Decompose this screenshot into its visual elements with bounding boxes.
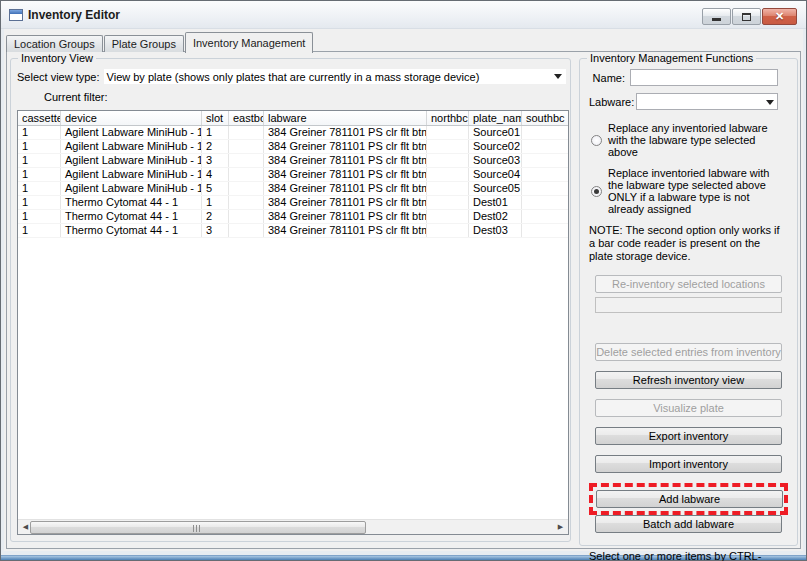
table-cell: [229, 140, 264, 153]
scrollbar-grip-icon: [193, 525, 202, 532]
table-cell: 1: [18, 126, 61, 139]
table-row[interactable]: 1Agilent Labware MiniHub - 13384 Greiner…: [18, 154, 568, 168]
table-cell: [427, 154, 469, 167]
table-cell: Source01: [469, 126, 522, 139]
window-title: Inventory Editor: [28, 8, 120, 22]
table-header-row: cassettedevicesloteastbclabwarenorthbcpl…: [18, 111, 568, 126]
import-inventory-button[interactable]: Import inventory: [595, 455, 782, 473]
column-header-eastbc[interactable]: eastbc: [229, 111, 264, 125]
name-input[interactable]: [630, 69, 778, 86]
table-cell: Source04: [469, 168, 522, 181]
labware-dropdown[interactable]: [636, 93, 778, 110]
table-cell: [522, 224, 568, 237]
export-inventory-button[interactable]: Export inventory: [595, 427, 782, 445]
radio-label: Replace any inventoried labware with the…: [608, 122, 784, 158]
table-cell: 384 Greiner 781101 PS clr flt btm: [264, 196, 427, 209]
table-row[interactable]: 1Agilent Labware MiniHub - 15384 Greiner…: [18, 182, 568, 196]
table-cell: 1: [18, 168, 61, 181]
minimize-icon: [712, 18, 721, 21]
batch-add-labware-button[interactable]: Batch add labware: [595, 515, 782, 533]
add-labware-button[interactable]: Add labware: [596, 490, 783, 508]
minimize-button[interactable]: [702, 8, 731, 25]
table-cell: 1: [18, 154, 61, 167]
table-cell: 384 Greiner 781101 PS clr flt btm: [264, 182, 427, 195]
table-cell: 384 Greiner 781101 PS clr flt btm: [264, 224, 427, 237]
table-cell: [427, 168, 469, 181]
client-area: Location GroupsPlate GroupsInventory Man…: [4, 29, 803, 551]
titlebar[interactable]: Inventory Editor ✕: [1, 1, 806, 29]
note-text: NOTE: The second option only works if a …: [589, 224, 787, 263]
labware-label: Labware:: [589, 96, 631, 108]
tab-location-groups[interactable]: Location Groups: [6, 35, 103, 52]
table-cell: 1: [202, 126, 229, 139]
view-type-value: View by plate (shows only plates that ar…: [107, 71, 480, 83]
table-cell: 2: [202, 210, 229, 223]
table-row[interactable]: 1Agilent Labware MiniHub - 11384 Greiner…: [18, 126, 568, 140]
action-buttons: Delete selected entries from inventoryRe…: [589, 343, 788, 533]
maximize-icon: [742, 13, 751, 21]
status-box: [595, 297, 782, 313]
table-cell: [229, 154, 264, 167]
re-inventory-selected-locations-button[interactable]: Re-inventory selected locations: [595, 275, 782, 293]
column-header-slot[interactable]: slot: [202, 111, 229, 125]
view-type-dropdown[interactable]: View by plate (shows only plates that ar…: [104, 69, 566, 84]
column-header-device[interactable]: device: [61, 111, 202, 125]
table-row[interactable]: 1Agilent Labware MiniHub - 14384 Greiner…: [18, 168, 568, 182]
table-row[interactable]: 1Agilent Labware MiniHub - 12384 Greiner…: [18, 140, 568, 154]
table-cell: 2: [202, 140, 229, 153]
table-cell: Thermo Cytomat 44 - 1: [61, 210, 202, 223]
table-cell: 384 Greiner 781101 PS clr flt btm: [264, 126, 427, 139]
highlight-box: Add labware: [589, 483, 788, 515]
scroll-right-icon[interactable]: ▶: [553, 520, 568, 535]
table-cell: 384 Greiner 781101 PS clr flt btm: [264, 168, 427, 181]
table-cell: [427, 126, 469, 139]
radio-button-icon[interactable]: [591, 135, 602, 146]
table-cell: 384 Greiner 781101 PS clr flt btm: [264, 210, 427, 223]
table-cell: Dest03: [469, 224, 522, 237]
table-cell: [229, 210, 264, 223]
table-row[interactable]: 1Thermo Cytomat 44 - 13384 Greiner 78110…: [18, 224, 568, 238]
visualize-plate-button[interactable]: Visualize plate: [595, 399, 782, 417]
table-cell: 1: [18, 140, 61, 153]
column-header-southbc[interactable]: southbc: [522, 111, 568, 125]
table-cell: 1: [202, 196, 229, 209]
column-header-cassette[interactable]: cassette: [18, 111, 61, 125]
table-cell: [522, 210, 568, 223]
tab-inventory-management[interactable]: Inventory Management: [185, 32, 314, 53]
table-cell: [522, 168, 568, 181]
refresh-inventory-view-button[interactable]: Refresh inventory view: [595, 371, 782, 389]
delete-selected-entries-from-inventory-button[interactable]: Delete selected entries from inventory: [595, 343, 782, 361]
inventory-table[interactable]: cassettedevicesloteastbclabwarenorthbcpl…: [17, 110, 569, 535]
table-row[interactable]: 1Thermo Cytomat 44 - 12384 Greiner 78110…: [18, 210, 568, 224]
view-type-label: Select view type:: [17, 71, 100, 83]
table-cell: [427, 140, 469, 153]
table-cell: Agilent Labware MiniHub - 1: [61, 168, 202, 181]
chevron-down-icon: [766, 100, 774, 105]
scrollbar-thumb[interactable]: [30, 521, 366, 534]
table-cell: Source03: [469, 154, 522, 167]
table-cell: Agilent Labware MiniHub - 1: [61, 140, 202, 153]
table-cell: 3: [202, 224, 229, 237]
table-cell: [522, 196, 568, 209]
chevron-down-icon: [554, 74, 562, 79]
radio-button-icon[interactable]: [591, 186, 602, 197]
column-header-northbc[interactable]: northbc: [427, 111, 469, 125]
table-row[interactable]: 1Thermo Cytomat 44 - 11384 Greiner 78110…: [18, 196, 568, 210]
table-cell: 384 Greiner 781101 PS clr flt btm: [264, 154, 427, 167]
table-cell: Agilent Labware MiniHub - 1: [61, 182, 202, 195]
app-icon: [9, 9, 23, 21]
inventory-editor-window: Inventory Editor ✕ Location GroupsPlate …: [0, 0, 807, 561]
close-button[interactable]: ✕: [762, 8, 797, 25]
column-header-labware[interactable]: labware: [264, 111, 427, 125]
table-cell: Source05: [469, 182, 522, 195]
radio-option[interactable]: Replace inventoried labware with the lab…: [591, 167, 788, 215]
column-header-plate-name[interactable]: plate_name: [469, 111, 522, 125]
horizontal-scrollbar[interactable]: ◀ ▶: [18, 519, 568, 534]
table-cell: [522, 182, 568, 195]
table-cell: [229, 168, 264, 181]
radio-option[interactable]: Replace any inventoried labware with the…: [591, 122, 788, 158]
maximize-button[interactable]: [732, 8, 761, 25]
table-cell: Agilent Labware MiniHub - 1: [61, 126, 202, 139]
tab-plate-groups[interactable]: Plate Groups: [104, 35, 184, 52]
table-cell: 3: [202, 154, 229, 167]
